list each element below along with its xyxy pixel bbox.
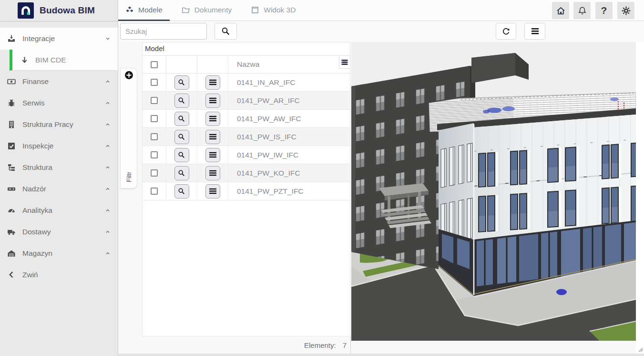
table-footer: Elementy: 7 — [118, 336, 350, 354]
row-menu-button[interactable] — [205, 112, 220, 126]
elements-count-value: 7 — [343, 341, 347, 349]
row-name: 0141_IN_AR_IFC — [228, 73, 350, 92]
select-all-checkbox[interactable] — [151, 61, 158, 68]
table-row-cell — [166, 128, 197, 146]
row-menu-button[interactable] — [205, 166, 220, 180]
model-list-panel: Model Nazwa 0141_IN_AR_IFC 0141_PW_AR_IF… — [142, 42, 350, 336]
header-select-all-cell — [143, 56, 166, 73]
table-row-cell — [143, 110, 166, 128]
row-checkbox[interactable] — [151, 79, 158, 86]
chevron-up-icon — [104, 78, 111, 85]
sidebar-item-struktura[interactable]: Struktura — [0, 157, 118, 178]
row-preview-button[interactable] — [174, 75, 189, 90]
sidebar-item-struktura-pracy[interactable]: Struktura Pracy — [0, 114, 118, 135]
sidebar-item-label: Finanse — [22, 77, 49, 86]
sidebar-item-label: Struktura Pracy — [22, 120, 73, 129]
frame-icon — [251, 6, 259, 14]
sidebar-item-inspekcje[interactable]: Inspekcje — [0, 135, 118, 157]
sidebar-item-nadzor[interactable]: Nadzór — [0, 178, 118, 199]
table-columns-menu-button[interactable] — [339, 56, 350, 69]
sidebar: Budowa BIM Integracje BIM CDE Finanse — [0, 0, 118, 356]
table-row-cell — [166, 92, 197, 110]
tab-label: Dokumenty — [194, 6, 232, 14]
money-check-icon — [6, 185, 17, 193]
chevron-up-icon — [104, 100, 111, 106]
check-square-icon — [6, 142, 17, 150]
warehouse-icon — [6, 249, 17, 258]
notifications-button[interactable] — [573, 2, 591, 19]
sidebar-item-finanse[interactable]: Finanse — [0, 71, 118, 92]
row-checkbox[interactable] — [151, 188, 158, 195]
row-checkbox[interactable] — [151, 115, 158, 122]
home-icon — [556, 6, 566, 16]
question-icon: ? — [601, 5, 607, 16]
bars-icon — [531, 28, 539, 35]
panel-title: Model — [143, 42, 350, 52]
tab-widok-3d[interactable]: Widok 3D — [244, 0, 303, 21]
viewer-3d-canvas[interactable] — [351, 42, 636, 341]
row-preview-button[interactable] — [174, 184, 189, 199]
chevron-up-icon — [104, 164, 111, 171]
refresh-button[interactable] — [496, 23, 516, 40]
row-name: 0141_PW_IS_IFC — [228, 128, 350, 146]
row-checkbox[interactable] — [151, 169, 158, 177]
resize-handle-icon[interactable] — [637, 346, 643, 352]
row-menu-button[interactable] — [205, 75, 220, 90]
row-preview-button[interactable] — [174, 166, 189, 180]
row-checkbox[interactable] — [151, 97, 158, 104]
tab-modele[interactable]: Modele — [118, 0, 170, 21]
app-logo-icon — [18, 2, 34, 19]
sidebar-item-integracje[interactable]: Integracje — [0, 28, 118, 50]
search-button[interactable] — [215, 23, 237, 40]
add-filter-button[interactable] — [124, 71, 133, 80]
bottom-edge — [118, 354, 644, 356]
filter-panel-tab[interactable]: Filtr — [120, 68, 137, 188]
search-icon — [221, 27, 230, 36]
settings-button[interactable] — [617, 2, 634, 19]
row-name: 0141_PW_AR_IFC — [228, 92, 350, 110]
search-input[interactable] — [120, 23, 207, 40]
row-checkbox[interactable] — [151, 133, 158, 140]
sidebar-item-magazyn[interactable]: Magazyn — [0, 242, 118, 264]
table-row-cell — [166, 73, 197, 92]
tab-dokumenty[interactable]: Dokumenty — [174, 0, 239, 21]
chevron-up-icon — [104, 229, 111, 235]
row-menu-button[interactable] — [205, 148, 220, 162]
sidebar-item-analityka[interactable]: Analityka — [0, 199, 118, 221]
sidebar-collapse-button[interactable]: Zwiń — [0, 264, 118, 285]
sidebar-item-label: Nadzór — [22, 185, 46, 193]
row-name: 0141_PW_IW_IFC — [228, 146, 350, 164]
row-menu-button[interactable] — [205, 94, 220, 108]
table-row-cell — [143, 92, 166, 110]
row-name: 0141_PW_PZT_IFC — [228, 182, 350, 200]
menu-button[interactable] — [524, 23, 545, 40]
chevron-up-icon — [104, 186, 111, 192]
row-preview-button[interactable] — [174, 148, 189, 162]
row-checkbox[interactable] — [151, 151, 158, 158]
filter-tab-label: Filtr — [125, 172, 133, 182]
home-button[interactable] — [552, 2, 569, 19]
header-empty-cell — [166, 56, 197, 73]
sidebar-item-label: Struktura — [22, 163, 52, 172]
row-preview-button[interactable] — [174, 112, 189, 126]
sidebar-item-label: Inspekcje — [22, 142, 53, 150]
sidebar-item-label: Zwiń — [22, 271, 38, 279]
sidebar-item-serwis[interactable]: Serwis — [0, 92, 118, 114]
app-logo-row: Budowa BIM — [0, 0, 118, 21]
row-preview-button[interactable] — [174, 130, 189, 144]
row-name: 0141_PW_AW_IFC — [228, 110, 350, 128]
model-table: Nazwa 0141_IN_AR_IFC 0141_PW_AR_IFC 0141… — [143, 55, 350, 200]
table-row-cell — [197, 128, 228, 146]
chevron-up-icon — [104, 250, 111, 257]
help-button[interactable]: ? — [595, 2, 613, 19]
row-preview-button[interactable] — [174, 94, 189, 108]
banknote-icon — [6, 77, 17, 86]
sidebar-item-dostawy[interactable]: Dostawy — [0, 221, 118, 242]
sidebar-item-bim-cde[interactable]: BIM CDE — [10, 50, 118, 71]
sidebar-item-label: BIM CDE — [35, 56, 66, 64]
tachometer-icon — [6, 206, 17, 215]
table-row-cell — [197, 164, 228, 182]
tab-label: Modele — [138, 6, 163, 14]
row-menu-button[interactable] — [205, 130, 220, 144]
row-menu-button[interactable] — [205, 184, 220, 199]
